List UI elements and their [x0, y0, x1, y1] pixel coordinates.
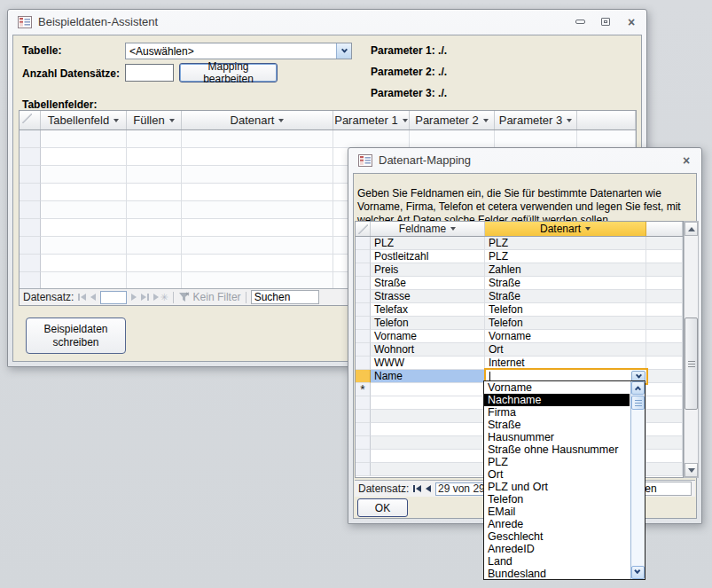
table-row[interactable]: Telefon Telefon: [356, 317, 683, 330]
dropdown-item[interactable]: Vorname: [484, 381, 630, 394]
row-selector[interactable]: [20, 219, 41, 237]
first-record-button[interactable]: [413, 485, 421, 492]
datenart-cell[interactable]: Telefon: [485, 317, 646, 330]
datenart-cell[interactable]: Telefon: [485, 303, 646, 317]
row-selector[interactable]: [356, 277, 371, 290]
row-selector[interactable]: [356, 423, 371, 436]
anzahl-input[interactable]: [125, 64, 174, 82]
row-selector[interactable]: [356, 250, 371, 263]
mapping-vertical-scrollbar[interactable]: [684, 221, 699, 478]
table-row[interactable]: [20, 130, 636, 148]
row-selector[interactable]: [356, 370, 371, 383]
beispieldaten-schreiben-button[interactable]: Beispieldaten schreiben: [26, 318, 126, 354]
column-header-parameter2[interactable]: Parameter 2: [410, 111, 495, 129]
feldname-cell[interactable]: Telefon: [371, 317, 485, 330]
feldname-cell[interactable]: Name: [371, 370, 485, 383]
search-input[interactable]: [251, 290, 319, 304]
row-selector[interactable]: [356, 410, 371, 423]
scroll-up-button[interactable]: [685, 222, 698, 236]
tabelle-select-dropdown-button[interactable]: [336, 43, 351, 59]
table-row[interactable]: Preis Zahlen: [356, 263, 683, 277]
dropdown-item[interactable]: PLZ: [484, 456, 630, 468]
datenart-cell[interactable]: Vorname: [485, 330, 646, 343]
column-header-feldname[interactable]: Feldname: [371, 222, 485, 236]
dropdown-item[interactable]: Ort: [484, 468, 630, 481]
table-row[interactable]: Vorname Vorname: [356, 330, 683, 343]
record-position-box[interactable]: 29 von 29: [435, 482, 487, 496]
dropdown-item[interactable]: Telefon: [484, 493, 630, 506]
datenart-cell[interactable]: Zahlen: [485, 263, 646, 277]
dropdown-item[interactable]: EMail: [484, 506, 630, 518]
next-record-button[interactable]: [131, 294, 137, 301]
dropdown-item[interactable]: AnredeID: [484, 543, 630, 555]
datenart-cell[interactable]: PLZ: [485, 237, 646, 250]
dropdown-scrollbar[interactable]: [630, 381, 645, 579]
row-selector[interactable]: [356, 436, 371, 450]
row-selector[interactable]: [356, 303, 371, 317]
dropdown-item[interactable]: Bundesland: [484, 568, 630, 580]
table-row[interactable]: Wohnort Ort: [356, 343, 683, 357]
row-selector[interactable]: [356, 263, 371, 277]
feldname-cell[interactable]: Telefax: [371, 303, 485, 317]
row-selector[interactable]: [356, 237, 371, 250]
column-header-parameter1[interactable]: Parameter 1: [333, 111, 410, 129]
row-selector[interactable]: [356, 463, 371, 476]
row-selector[interactable]: [356, 290, 371, 303]
row-selector[interactable]: [356, 343, 371, 357]
table-row[interactable]: PLZ PLZ: [356, 237, 683, 250]
row-selector[interactable]: [356, 317, 371, 330]
table-row[interactable]: Straße Straße: [356, 277, 683, 290]
dropdown-item[interactable]: Nachname: [484, 394, 630, 406]
row-selector[interactable]: [20, 130, 41, 148]
feldname-cell[interactable]: Postleitzahl: [371, 250, 485, 263]
row-selector[interactable]: [20, 201, 41, 219]
last-record-button[interactable]: [141, 294, 149, 301]
feldname-cell[interactable]: Preis: [371, 263, 485, 277]
feldname-cell[interactable]: WWW: [371, 357, 485, 370]
row-selector[interactable]: [356, 450, 371, 463]
column-header-fuellen[interactable]: Füllen: [127, 111, 182, 129]
close-button[interactable]: ×: [680, 154, 692, 167]
dropdown-item[interactable]: PLZ und Ort: [484, 481, 630, 493]
scroll-down-button[interactable]: [685, 463, 698, 477]
row-selector[interactable]: *: [356, 383, 371, 396]
column-header-datenart[interactable]: Datenart: [485, 222, 646, 236]
row-selector[interactable]: [20, 148, 41, 166]
column-header-datenart[interactable]: Datenart: [182, 111, 333, 129]
first-record-button[interactable]: [78, 294, 86, 301]
row-selector[interactable]: [356, 357, 371, 370]
row-selector[interactable]: [20, 184, 41, 201]
scrollbar-thumb[interactable]: [631, 396, 645, 410]
filter-indicator[interactable]: Kein Filter: [178, 291, 241, 303]
feldname-cell[interactable]: Wohnort: [371, 343, 485, 357]
minimize-button[interactable]: [574, 16, 586, 28]
table-row[interactable]: Strasse Straße: [356, 290, 683, 303]
datenart-cell[interactable]: Straße: [485, 290, 646, 303]
scroll-up-button[interactable]: [631, 381, 645, 395]
table-row[interactable]: Postleitzahl PLZ: [356, 250, 683, 263]
close-button[interactable]: ×: [625, 16, 638, 28]
feldname-cell[interactable]: Strasse: [371, 290, 485, 303]
column-header-parameter3[interactable]: Parameter 3: [495, 111, 577, 129]
dropdown-item[interactable]: Anrede: [484, 518, 630, 530]
tabelle-select[interactable]: <Auswählen>: [125, 43, 352, 59]
dropdown-item[interactable]: Straße: [484, 419, 630, 431]
table-row[interactable]: Telefax Telefon: [356, 303, 683, 317]
row-selector[interactable]: [356, 396, 371, 410]
row-selector[interactable]: [20, 272, 41, 290]
new-record-button[interactable]: ✳: [153, 294, 168, 301]
scroll-down-button[interactable]: [631, 566, 645, 579]
select-all-corner[interactable]: [356, 222, 371, 236]
row-selector[interactable]: [20, 166, 41, 184]
maximize-button[interactable]: [599, 16, 612, 28]
dropdown-item[interactable]: Straße ohne Hausnummer: [484, 443, 630, 456]
record-position-box[interactable]: [100, 291, 127, 304]
datenart-cell[interactable]: Straße: [485, 277, 646, 290]
feldname-cell[interactable]: PLZ: [371, 237, 485, 250]
ok-button[interactable]: OK: [357, 498, 408, 517]
dropdown-item[interactable]: Land: [484, 555, 630, 568]
row-selector[interactable]: [20, 237, 41, 255]
feldname-cell[interactable]: Vorname: [371, 330, 485, 343]
scrollbar-thumb[interactable]: [685, 318, 698, 410]
mapping-bearbeiten-button[interactable]: Mapping bearbeiten: [179, 63, 278, 82]
